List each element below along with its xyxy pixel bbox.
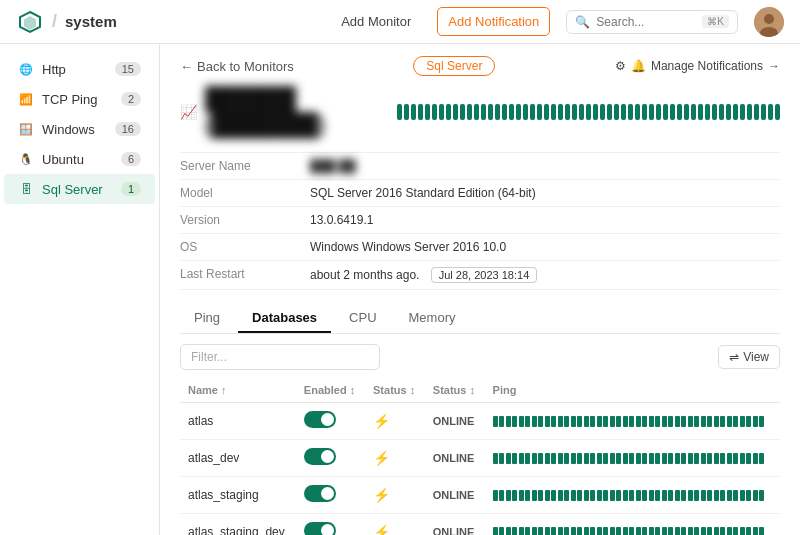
- ping-dot: [705, 104, 710, 120]
- ping-dot: [603, 527, 608, 536]
- ping-dot: [607, 104, 612, 120]
- ping-dot: [740, 490, 745, 501]
- toggle-switch[interactable]: [304, 411, 336, 428]
- tab-cpu[interactable]: CPU: [335, 304, 390, 333]
- tabs: PingDatabasesCPUMemory: [180, 304, 780, 334]
- ping-dot: [571, 453, 576, 464]
- ping-dot: [642, 453, 647, 464]
- activity-icon: ⚡: [373, 487, 390, 503]
- sidebar-item-tcp[interactable]: 📶 TCP Ping 2: [4, 84, 155, 114]
- ping-dot: [670, 104, 675, 120]
- ping-dot: [614, 104, 619, 120]
- ping-dot: [655, 416, 660, 427]
- ping-dot: [753, 453, 758, 464]
- col-header-enabled-1[interactable]: Enabled ↕: [296, 378, 365, 403]
- sidebar-item-sql[interactable]: 🗄 Sql Server 1: [4, 174, 155, 204]
- ping-dot: [775, 104, 780, 120]
- back-label: Back to Monitors: [197, 59, 294, 74]
- ping-dot: [600, 104, 605, 120]
- ping-dot: [593, 104, 598, 120]
- ping-dot: [714, 416, 719, 427]
- ping-dot: [714, 527, 719, 536]
- search-input[interactable]: [596, 15, 696, 29]
- ping-dot: [512, 453, 517, 464]
- view-button[interactable]: ⇌ View: [718, 345, 780, 369]
- ping-dot: [512, 490, 517, 501]
- logo[interactable]: / system: [16, 8, 117, 36]
- ping-dot: [577, 490, 582, 501]
- ping-dot: [642, 104, 647, 120]
- ping-dot: [590, 453, 595, 464]
- ping-dot: [694, 453, 699, 464]
- ping-dot: [544, 104, 549, 120]
- ping-dot: [720, 527, 725, 536]
- col-header-status-3[interactable]: Status ↕: [425, 378, 485, 403]
- ping-dot: [597, 416, 602, 427]
- ping-dot: [577, 527, 582, 536]
- main-topbar: ← Back to Monitors Sql Server ⚙ 🔔 Manage…: [180, 56, 780, 76]
- navbar: / system Add Monitor Add Notification 🔍 …: [0, 0, 800, 44]
- toggle-switch[interactable]: [304, 522, 336, 535]
- search-kbd: ⌘K: [702, 15, 729, 28]
- notifications-label: Manage Notifications: [651, 59, 763, 73]
- tab-memory[interactable]: Memory: [395, 304, 470, 333]
- avatar[interactable]: [754, 7, 784, 37]
- ping-dot: [571, 416, 576, 427]
- col-header-ping-4[interactable]: Ping: [485, 378, 780, 403]
- ping-dot: [740, 104, 745, 120]
- ping-bar-group: [493, 527, 772, 536]
- ping-dot: [584, 453, 589, 464]
- ping-dot: [597, 527, 602, 536]
- db-enabled[interactable]: [296, 440, 365, 477]
- sidebar-item-windows[interactable]: 🪟 Windows 16: [4, 114, 155, 144]
- toggle-switch[interactable]: [304, 448, 336, 465]
- db-enabled[interactable]: [296, 477, 365, 514]
- ping-dot: [584, 490, 589, 501]
- sidebar-label-http: Http: [42, 62, 66, 77]
- activity-icon: ⚡: [373, 413, 390, 429]
- manage-notifications-link[interactable]: ⚙ 🔔 Manage Notifications →: [615, 59, 780, 73]
- col-header-name-0[interactable]: Name ↑: [180, 378, 296, 403]
- db-enabled[interactable]: [296, 403, 365, 440]
- ubuntu-badge: 6: [121, 152, 141, 166]
- ping-dot: [681, 527, 686, 536]
- tab-databases[interactable]: Databases: [238, 304, 331, 333]
- add-monitor-button[interactable]: Add Monitor: [331, 8, 421, 35]
- ping-dot: [516, 104, 521, 120]
- windows-icon: 🪟: [18, 121, 34, 137]
- http-icon: 🌐: [18, 61, 34, 77]
- info-row: Version13.0.6419.1: [180, 207, 780, 234]
- http-badge: 15: [115, 62, 141, 76]
- ping-dot: [493, 416, 498, 427]
- ping-dot: [621, 104, 626, 120]
- search-bar[interactable]: 🔍 ⌘K: [566, 10, 738, 34]
- add-notification-button[interactable]: Add Notification: [437, 7, 550, 36]
- tcp-icon: 📶: [18, 91, 34, 107]
- db-enabled[interactable]: [296, 514, 365, 536]
- ping-dot: [551, 490, 556, 501]
- sidebar-item-http[interactable]: 🌐 Http 15: [4, 54, 155, 84]
- online-badge: ONLINE: [433, 415, 475, 427]
- toggle-switch[interactable]: [304, 485, 336, 502]
- table-row: atlas⚡ONLINE: [180, 403, 780, 440]
- filter-input[interactable]: [180, 344, 380, 370]
- ping-dot: [590, 490, 595, 501]
- db-ping-bars: [485, 440, 780, 477]
- ping-dot: [694, 490, 699, 501]
- ping-dot: [719, 104, 724, 120]
- ping-dot: [668, 416, 673, 427]
- ping-dot: [701, 416, 706, 427]
- ping-dot: [649, 527, 654, 536]
- sidebar-item-ubuntu[interactable]: 🐧 Ubuntu 6: [4, 144, 155, 174]
- tab-ping[interactable]: Ping: [180, 304, 234, 333]
- back-to-monitors[interactable]: ← Back to Monitors: [180, 59, 294, 74]
- ping-dot: [623, 527, 628, 536]
- back-arrow-icon: ←: [180, 59, 193, 74]
- info-label: Version: [180, 213, 310, 227]
- ping-dot: [636, 453, 641, 464]
- col-header-status-2[interactable]: Status ↕: [365, 378, 425, 403]
- ping-dot: [616, 527, 621, 536]
- ping-dot: [629, 490, 634, 501]
- db-status-text: ONLINE: [425, 403, 485, 440]
- ping-dot: [564, 490, 569, 501]
